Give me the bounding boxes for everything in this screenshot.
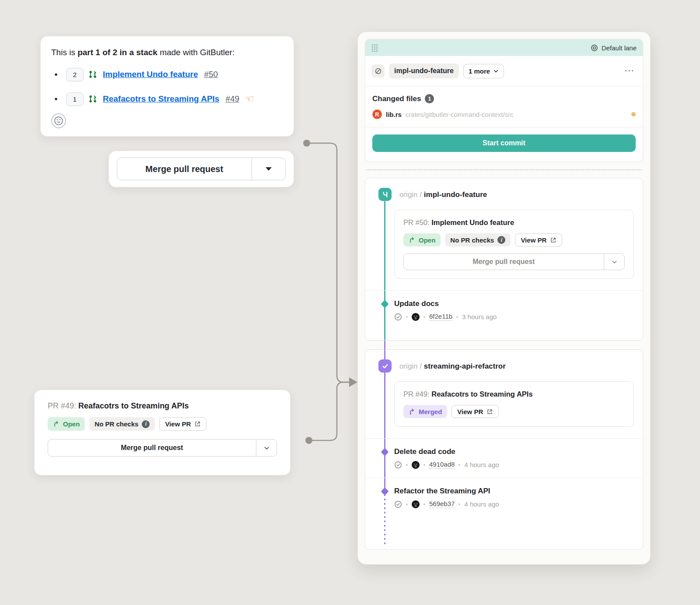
commit-sha-link[interactable]: 569eb37 (429, 500, 455, 508)
author-avatar (412, 313, 420, 321)
stack-list-item-1: • 2 Implement Undo feature #50 (51, 67, 282, 82)
merge-pull-request-button[interactable]: Merge pull request (117, 158, 252, 180)
commit-sha-link[interactable]: 6f2e11b (429, 313, 452, 321)
branch-name: impl-undo-feature (424, 190, 487, 199)
checks-badge: No PR checks i (89, 417, 155, 431)
merged-label: Merged (419, 408, 442, 415)
external-link-icon (486, 408, 493, 415)
pr-number-label: PR #49: (48, 401, 76, 410)
lane-menu-button[interactable]: ··· (623, 67, 637, 75)
author-avatar (412, 500, 420, 508)
open-label: Open (63, 420, 80, 428)
status-badge-open: Open (48, 417, 85, 431)
pr-badge-row: Open No PR checks i View PR (403, 233, 625, 246)
commit-row-update-docs[interactable]: Update docs 6f2e11b 3 hours ago (365, 290, 643, 330)
connector-path-top (307, 143, 350, 382)
pr-link-streaming-apis[interactable]: Reafacotrs to Streaming APIs (103, 94, 219, 104)
checks-label: No PR checks (450, 236, 494, 244)
meta-separator-dot (424, 464, 425, 466)
pr-49-card: PR #49: Reafacotrs to Streaming APIs Ope… (34, 390, 290, 475)
info-icon[interactable]: i (497, 236, 505, 244)
intro-prefix: This is (51, 48, 77, 57)
pr-title-row: PR #49: Reafacotrs to Streaming APIs (48, 401, 277, 411)
view-pr-button[interactable]: View PR (515, 233, 562, 246)
start-commit-button[interactable]: Start commit (372, 134, 636, 152)
caret-down-icon (266, 167, 272, 171)
file-name: lib.rs (386, 111, 402, 118)
pr-open-icon (53, 421, 60, 427)
status-badge-merged: Merged (403, 405, 447, 418)
branch-header[interactable]: origin / streaming-api-refactror (399, 362, 506, 371)
meta-separator-dot (456, 316, 458, 318)
commit-row-delete-dead-code[interactable]: Delete dead code 4910ad8 4 hours ago (365, 438, 643, 478)
list-bullet: • (51, 94, 61, 104)
modified-status-dot (631, 112, 636, 116)
smiley-icon (54, 116, 63, 125)
view-pr-button[interactable]: View PR (452, 405, 499, 418)
remote-slash: / (420, 362, 422, 370)
check-circle-icon (394, 313, 402, 321)
pr-number[interactable]: #50 (204, 70, 218, 79)
intro-suffix: made with GitButler: (158, 48, 234, 57)
drag-handle[interactable] (371, 44, 378, 52)
checks-label: No PR checks (94, 420, 138, 428)
pr-open-icon (409, 237, 415, 243)
changed-files-label: Changed files (372, 95, 421, 103)
checks-badge: No PR checks i (445, 233, 511, 246)
merge-options-dropdown[interactable] (252, 158, 285, 180)
connector-arrowhead (349, 377, 357, 387)
merge-split-button: Merge pull request (117, 158, 286, 180)
check-circle-icon (394, 500, 402, 508)
pr-title: Reafacotrs to Streaming APIs (78, 401, 189, 410)
commit-sha-link[interactable]: 4910ad8 (429, 461, 455, 469)
meta-separator-dot (406, 503, 408, 505)
view-pr-label: View PR (521, 236, 546, 244)
view-pr-label: View PR (457, 408, 483, 415)
branch-section-impl-undo-feature: origin / impl-undo-feature PR #50: Imple… (365, 178, 643, 341)
no-remote-icon (371, 64, 385, 77)
dotted-divider (366, 169, 642, 170)
add-reaction-button[interactable] (51, 113, 66, 128)
pr-number-label: PR #50: (403, 218, 430, 226)
connector-dot-top (303, 140, 310, 147)
commit-dot (381, 300, 388, 308)
merge-button-card: Merge pull request (108, 151, 294, 187)
info-icon[interactable]: i (142, 420, 150, 428)
commit-title: Refactor the Streaming API (394, 487, 634, 496)
merge-options-dropdown[interactable] (604, 254, 624, 270)
integrated-check-icon (378, 359, 392, 373)
commit-dot (381, 487, 388, 495)
changed-file-row[interactable]: R lib.rs crates/gitbutler-command-contex… (365, 108, 643, 127)
commit-row-refactor-streaming-api[interactable]: Refactor the Streaming API 569eb37 4 hou… (365, 478, 643, 517)
pr-badge-row: Open No PR checks i View PR (48, 417, 277, 431)
author-avatar (412, 461, 420, 469)
pr-number[interactable]: #49 (225, 94, 239, 104)
branch-header[interactable]: origin / impl-undo-feature (399, 190, 487, 199)
external-link-icon (194, 421, 201, 427)
meta-separator-dot (424, 503, 425, 505)
lane-title: Default lane (602, 44, 637, 52)
pull-request-icon (89, 95, 98, 103)
commit-meta: 569eb37 4 hours ago (394, 500, 634, 508)
stack-position-badge: 1 (66, 92, 84, 106)
branch-name-pill[interactable]: impl-undo-feature (389, 63, 459, 78)
pr-50-box: PR #50: Implement Undo feature Open No P… (394, 210, 634, 279)
merge-pull-request-button[interactable]: Merge pull request (404, 254, 604, 270)
more-branches-dropdown[interactable]: 1 more (463, 64, 504, 78)
chevron-down-icon (263, 445, 270, 451)
more-branches-label: 1 more (469, 67, 490, 75)
view-pr-label: View PR (165, 420, 191, 428)
target-icon (591, 44, 598, 52)
connector-path-bottom (309, 382, 350, 440)
merge-options-dropdown[interactable] (256, 440, 276, 456)
check-circle-icon (394, 461, 402, 469)
pr-title-row: PR #50: Implement Undo feature (403, 218, 625, 227)
pr-49-box: PR #49: Reafacotrs to Streaming APIs Mer… (394, 381, 634, 427)
pr-link-implement-undo[interactable]: Implement Undo feature (103, 70, 198, 79)
view-pr-button[interactable]: View PR (159, 417, 206, 431)
meta-separator-dot (458, 503, 460, 505)
meta-separator-dot (424, 316, 425, 318)
pointing-left-emoji: ☜ (245, 94, 254, 104)
merge-pull-request-button[interactable]: Merge pull request (48, 440, 256, 456)
lane-branch-row: impl-undo-feature 1 more ··· (365, 56, 643, 86)
